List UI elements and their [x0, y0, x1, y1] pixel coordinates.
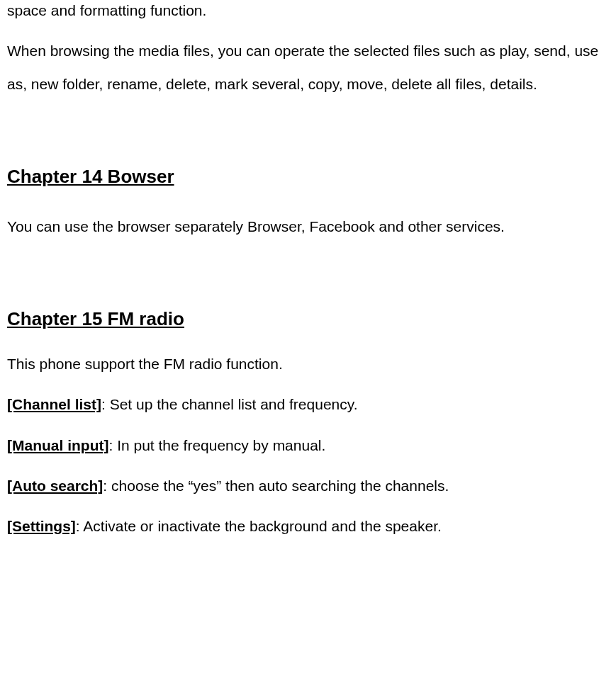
- def-text-channel-list: : Set up the channel list and frequency.: [101, 396, 358, 412]
- section-gap: [7, 260, 609, 306]
- def-label-manual-input: [Manual input]: [7, 437, 108, 453]
- def-auto-search: [Auto search]: choose the “yes” then aut…: [7, 475, 609, 496]
- def-text-auto-search: : choose the “yes” then auto searching t…: [103, 477, 449, 494]
- chapter-14-heading: Chapter 14 Bowser: [7, 164, 609, 189]
- intro-media-files: When browsing the media files, you can o…: [7, 35, 609, 100]
- def-label-settings: [Settings]: [7, 518, 76, 534]
- intro-fragment: space and formatting function.: [7, 0, 609, 21]
- def-text-manual-input: : In put the frequency by manual.: [108, 437, 325, 453]
- def-settings: [Settings]: Activate or inactivate the b…: [7, 516, 609, 536]
- def-label-channel-list: [Channel list]: [7, 396, 101, 412]
- def-channel-list: [Channel list]: Set up the channel list …: [7, 394, 609, 414]
- chapter-14-body: You can use the browser separately Brows…: [7, 210, 609, 243]
- def-manual-input: [Manual input]: In put the frequency by …: [7, 435, 609, 456]
- chapter-15-heading: Chapter 15 FM radio: [7, 306, 609, 332]
- section-gap: [7, 118, 609, 164]
- chapter-15-intro: This phone support the FM radio function…: [7, 354, 609, 374]
- def-label-auto-search: [Auto search]: [7, 477, 103, 494]
- def-text-settings: : Activate or inactivate the background …: [76, 518, 442, 534]
